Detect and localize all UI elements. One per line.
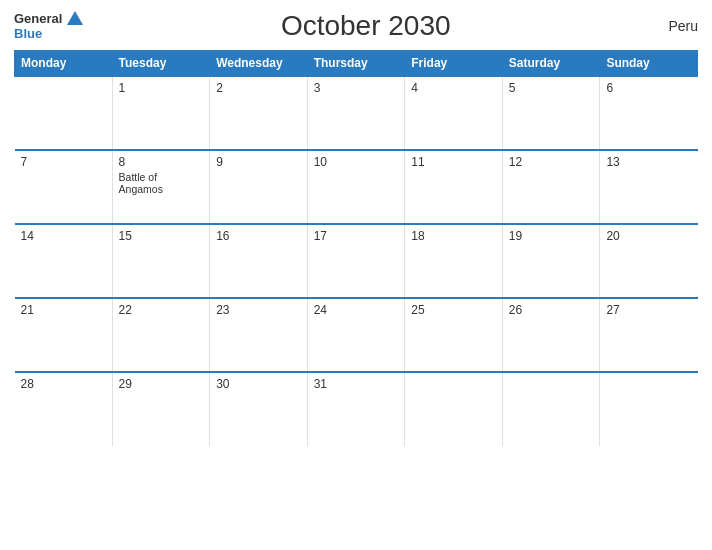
- logo-general-text: General: [14, 12, 62, 26]
- calendar-cell: 10: [307, 150, 405, 224]
- day-number: 23: [216, 303, 301, 317]
- calendar-cell: 11: [405, 150, 503, 224]
- day-number: 9: [216, 155, 301, 169]
- calendar-cell: 18: [405, 224, 503, 298]
- calendar-week-3: 14151617181920: [15, 224, 698, 298]
- calendar-cell: 9: [210, 150, 308, 224]
- day-number: 28: [21, 377, 106, 391]
- country-label: Peru: [648, 18, 698, 34]
- day-number: 1: [119, 81, 204, 95]
- day-number: 3: [314, 81, 399, 95]
- calendar-cell: 30: [210, 372, 308, 446]
- day-number: 29: [119, 377, 204, 391]
- calendar-cell: [502, 372, 600, 446]
- day-number: 12: [509, 155, 594, 169]
- calendar-header: Monday Tuesday Wednesday Thursday Friday…: [15, 51, 698, 77]
- calendar-cell: 8Battle of Angamos: [112, 150, 210, 224]
- calendar-cell: 12: [502, 150, 600, 224]
- calendar-cell: 5: [502, 76, 600, 150]
- calendar-table: Monday Tuesday Wednesday Thursday Friday…: [14, 50, 698, 446]
- calendar-cell: 2: [210, 76, 308, 150]
- day-number: 8: [119, 155, 204, 169]
- weekday-tuesday: Tuesday: [112, 51, 210, 77]
- calendar-week-5: 28293031: [15, 372, 698, 446]
- logo: General Blue: [14, 11, 83, 41]
- calendar-cell: 23: [210, 298, 308, 372]
- day-number: 17: [314, 229, 399, 243]
- calendar-cell: 26: [502, 298, 600, 372]
- calendar-cell: 7: [15, 150, 113, 224]
- weekday-monday: Monday: [15, 51, 113, 77]
- day-number: 24: [314, 303, 399, 317]
- day-number: 30: [216, 377, 301, 391]
- day-number: 25: [411, 303, 496, 317]
- calendar-cell: 21: [15, 298, 113, 372]
- calendar-cell: 25: [405, 298, 503, 372]
- weekday-friday: Friday: [405, 51, 503, 77]
- calendar-cell: 24: [307, 298, 405, 372]
- calendar-cell: 4: [405, 76, 503, 150]
- logo-triangle-icon: [67, 11, 83, 25]
- weekday-wednesday: Wednesday: [210, 51, 308, 77]
- calendar-cell: [600, 372, 698, 446]
- calendar-cell: 15: [112, 224, 210, 298]
- calendar-cell: 13: [600, 150, 698, 224]
- day-number: 13: [606, 155, 691, 169]
- day-number: 20: [606, 229, 691, 243]
- calendar-cell: [405, 372, 503, 446]
- page: General Blue October 2030 Peru Monday Tu…: [0, 0, 712, 550]
- day-number: 11: [411, 155, 496, 169]
- event-label: Battle of Angamos: [119, 171, 204, 195]
- weekday-sunday: Sunday: [600, 51, 698, 77]
- calendar-title: October 2030: [83, 10, 648, 42]
- calendar-cell: 1: [112, 76, 210, 150]
- day-number: 19: [509, 229, 594, 243]
- day-number: 22: [119, 303, 204, 317]
- calendar-cell: 6: [600, 76, 698, 150]
- logo-blue-text: Blue: [14, 27, 42, 41]
- day-number: 18: [411, 229, 496, 243]
- day-number: 15: [119, 229, 204, 243]
- logo-block: General Blue: [14, 11, 83, 41]
- calendar-cell: 16: [210, 224, 308, 298]
- calendar-cell: 27: [600, 298, 698, 372]
- calendar-cell: 31: [307, 372, 405, 446]
- day-number: 21: [21, 303, 106, 317]
- calendar-cell: 3: [307, 76, 405, 150]
- calendar-cell: 29: [112, 372, 210, 446]
- calendar-body: 12345678Battle of Angamos910111213141516…: [15, 76, 698, 446]
- weekday-saturday: Saturday: [502, 51, 600, 77]
- calendar-cell: 19: [502, 224, 600, 298]
- day-number: 31: [314, 377, 399, 391]
- day-number: 2: [216, 81, 301, 95]
- calendar-cell: 20: [600, 224, 698, 298]
- calendar-cell: 17: [307, 224, 405, 298]
- calendar-week-2: 78Battle of Angamos910111213: [15, 150, 698, 224]
- day-number: 27: [606, 303, 691, 317]
- day-number: 7: [21, 155, 106, 169]
- day-number: 5: [509, 81, 594, 95]
- calendar-cell: [15, 76, 113, 150]
- day-number: 26: [509, 303, 594, 317]
- weekday-thursday: Thursday: [307, 51, 405, 77]
- weekday-row: Monday Tuesday Wednesday Thursday Friday…: [15, 51, 698, 77]
- calendar-week-1: 123456: [15, 76, 698, 150]
- calendar-cell: 28: [15, 372, 113, 446]
- day-number: 10: [314, 155, 399, 169]
- day-number: 14: [21, 229, 106, 243]
- header: General Blue October 2030 Peru: [14, 10, 698, 42]
- calendar-cell: 14: [15, 224, 113, 298]
- calendar-week-4: 21222324252627: [15, 298, 698, 372]
- calendar-cell: 22: [112, 298, 210, 372]
- day-number: 16: [216, 229, 301, 243]
- day-number: 6: [606, 81, 691, 95]
- day-number: 4: [411, 81, 496, 95]
